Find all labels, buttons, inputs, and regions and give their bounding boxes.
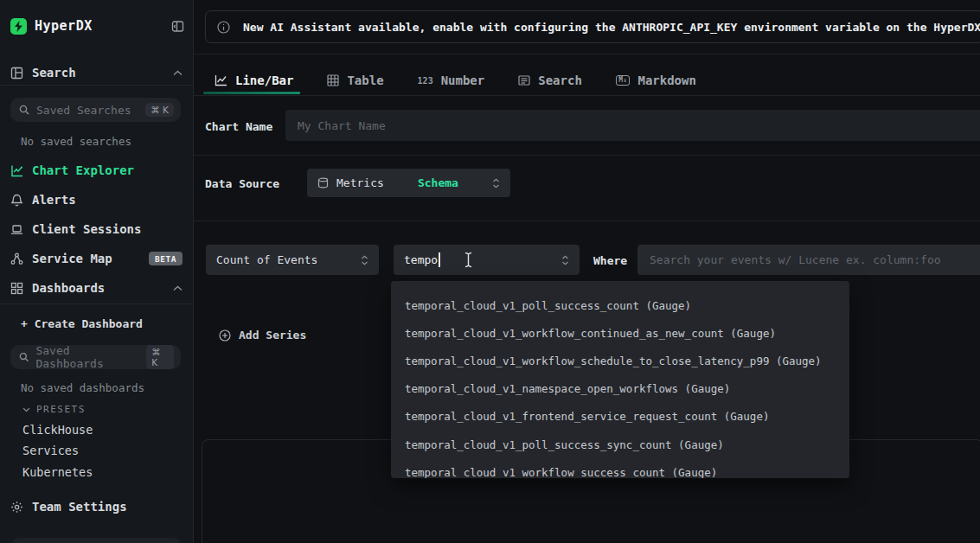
sidebar-item-team-settings[interactable]: Team Settings — [9, 495, 184, 519]
sidebar-item-label: Alerts — [32, 193, 76, 207]
select-chevrons-icon — [361, 255, 368, 265]
bell-icon — [10, 194, 23, 207]
number-123-icon: 123 — [418, 76, 433, 86]
sidebar-item-alerts[interactable]: Alerts — [9, 188, 184, 212]
text-caret — [439, 252, 440, 267]
list-icon — [518, 74, 530, 86]
banner-text: New AI Assistant available, enable with … — [243, 21, 980, 34]
chart-name-label: Chart Name — [205, 120, 272, 133]
data-source-value: Metrics — [336, 176, 384, 189]
sidebar-item-label: Team Settings — [32, 500, 127, 514]
tab-label: Line/Bar — [235, 73, 293, 87]
saved-dashboards-placeholder: Saved Dashboards — [35, 344, 139, 370]
sidebar-divider — [0, 303, 193, 304]
preset-kubernetes[interactable]: Kubernetes — [22, 463, 93, 481]
sidebar: HyperDX Search Saved Searches ⌘ K No sav… — [0, 0, 194, 543]
divider — [194, 95, 980, 96]
tab-label: Search — [538, 73, 582, 87]
search-icon — [19, 352, 29, 362]
preset-clickhouse[interactable]: ClickHouse — [22, 421, 93, 438]
sidebar-item-client-sessions[interactable]: Client Sessions — [9, 217, 184, 241]
chevron-down-icon — [22, 407, 30, 412]
saved-searches-input[interactable]: Saved Searches ⌘ K — [10, 98, 181, 122]
info-icon — [217, 21, 230, 34]
metric-option[interactable]: temporal_cloud_v1_workflow_schedule_to_c… — [391, 347, 849, 374]
tab-label: Number — [441, 73, 485, 87]
chart-name-input[interactable] — [285, 110, 980, 141]
hyperdx-logo-icon — [10, 18, 27, 35]
dashboards-icon — [10, 282, 23, 295]
saved-dashboards-input[interactable]: Saved Dashboards ⌘ K — [10, 345, 181, 369]
divider — [194, 220, 980, 221]
markdown-icon: M↓ — [616, 75, 631, 86]
create-dashboard-label: + Create Dashboard — [21, 317, 143, 330]
tab-number[interactable]: 123 Number — [418, 73, 485, 87]
service-map-icon — [10, 252, 23, 265]
sidebar-bottom-panel — [12, 538, 181, 543]
chart-type-tabs: Line/Bar Table 123 Number Search M↓ Mark… — [215, 67, 696, 93]
plus-circle-icon — [219, 329, 231, 342]
search-icon — [19, 105, 29, 115]
tab-table[interactable]: Table — [327, 73, 383, 87]
sidebar-item-label: Dashboards — [32, 281, 105, 295]
chevron-up-icon[interactable] — [173, 285, 183, 291]
saved-searches-placeholder: Saved Searches — [36, 104, 131, 117]
metric-query-text: tempo — [404, 253, 438, 266]
aggregation-select[interactable]: Count of Events — [206, 245, 379, 275]
metric-option[interactable]: temporal_cloud_v1_namespace_open_workflo… — [391, 375, 849, 403]
tab-search[interactable]: Search — [518, 73, 582, 87]
no-saved-searches-text: No saved searches — [21, 135, 131, 148]
no-saved-dashboards-text: No saved dashboards — [21, 381, 144, 394]
chart-explorer-icon — [10, 164, 23, 177]
sidebar-item-label: Client Sessions — [32, 222, 141, 236]
line-chart-icon — [215, 74, 227, 86]
schema-link[interactable]: Schema — [418, 176, 458, 189]
data-source-label: Data Source — [205, 177, 279, 190]
cmd-k-shortcut: ⌘ K — [146, 345, 174, 369]
tab-markdown[interactable]: M↓ Markdown — [616, 73, 696, 87]
app-logo-row: HyperDX — [10, 15, 184, 37]
tab-label: Table — [347, 73, 383, 87]
sidebar-item-chart-explorer[interactable]: Chart Explorer — [9, 158, 184, 182]
divider — [194, 155, 980, 156]
ai-assistant-banner: New AI Assistant available, enable with … — [205, 10, 980, 43]
gear-icon — [10, 501, 23, 514]
data-source-select[interactable]: Metrics Schema — [307, 169, 510, 197]
sidebar-item-service-map[interactable]: Service Map BETA — [9, 246, 184, 271]
sidebar-divider — [0, 85, 193, 86]
divider — [194, 54, 980, 54]
database-icon — [317, 177, 329, 188]
tab-line-bar[interactable]: Line/Bar — [215, 73, 293, 87]
chevron-up-icon[interactable] — [173, 70, 183, 76]
create-dashboard-button[interactable]: + Create Dashboard — [19, 311, 184, 335]
metric-option[interactable]: temporal_cloud_v1_poll_success_sync_coun… — [391, 431, 849, 458]
metric-suggestions-dropdown: temporal_cloud_v1_poll_success_count (Ga… — [391, 281, 849, 478]
sidebar-item-label: Search — [32, 66, 76, 80]
main-content: New AI Assistant available, enable with … — [194, 0, 980, 543]
metric-search-input[interactable]: tempo — [394, 245, 580, 275]
presets-label: PRESETS — [36, 404, 86, 415]
table-icon — [327, 74, 339, 86]
sidebar-item-search[interactable]: Search — [9, 61, 184, 85]
presets-header[interactable]: PRESETS — [22, 404, 86, 415]
beta-badge: BETA — [149, 252, 183, 265]
where-input[interactable] — [637, 245, 980, 275]
select-chevrons-icon — [492, 178, 500, 188]
cmd-k-shortcut: ⌘ K — [145, 103, 174, 117]
sidebar-item-label: Chart Explorer — [32, 163, 134, 177]
add-series-button[interactable]: Add Series — [219, 329, 306, 342]
app-title: HyperDX — [35, 18, 93, 34]
ibeam-cursor-icon — [464, 252, 473, 268]
metric-option[interactable]: temporal_cloud_v1_workflow_continued_as_… — [391, 319, 849, 347]
sidebar-item-dashboards[interactable]: Dashboards — [9, 276, 184, 300]
active-tab-underline — [203, 92, 300, 94]
tab-label: Markdown — [637, 73, 695, 87]
metric-option[interactable]: temporal_cloud_v1_poll_success_count (Ga… — [391, 291, 849, 319]
search-section-icon — [10, 67, 23, 80]
metric-option[interactable]: temporal_cloud_v1_workflow_success_count… — [391, 458, 849, 478]
preset-services[interactable]: Services — [22, 442, 79, 459]
metric-option[interactable]: temporal_cloud_v1_frontend_service_reque… — [391, 403, 849, 431]
sidebar-item-label: Service Map — [32, 252, 112, 265]
sidebar-collapse-icon[interactable] — [171, 20, 184, 33]
add-series-label: Add Series — [239, 329, 306, 342]
